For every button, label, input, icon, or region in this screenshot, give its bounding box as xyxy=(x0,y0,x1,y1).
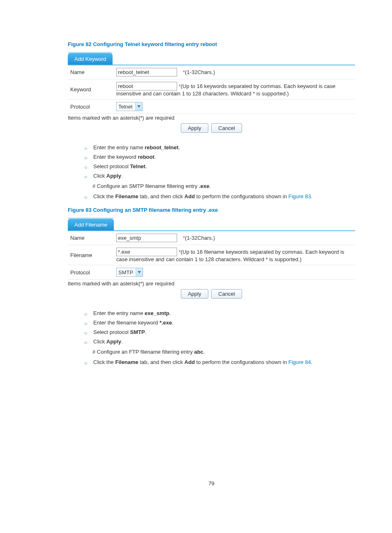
filename-label: Filename xyxy=(68,245,114,265)
keyword-label: Keyword xyxy=(68,79,114,100)
bullet-icon: ○ xyxy=(84,311,87,317)
figure-83-title: Figure 83 Configuring an SMTP filename f… xyxy=(68,207,355,213)
hash-note: # Configure an SMTP filename filtering e… xyxy=(92,183,355,189)
name-input[interactable] xyxy=(116,68,177,76)
cancel-button[interactable]: Cancel xyxy=(211,289,242,299)
figure-84-link[interactable]: Figure 84 xyxy=(288,359,311,365)
list-item: ○Enter the entry name exe_smtp. xyxy=(84,310,355,316)
bullet-icon: ○ xyxy=(84,321,87,327)
figure-82-title: Figure 82 Configuring Telnet keyword fil… xyxy=(68,41,355,47)
list-item: ○Enter the entry name reboot_telnet. xyxy=(84,144,355,151)
page-number: 79 xyxy=(68,480,355,487)
protocol-label: Protocol xyxy=(68,265,114,280)
protocol-value: SMTP xyxy=(117,268,136,276)
figure-83-table: Name *(1-32Chars.) Filename *(Up to 16 f… xyxy=(68,230,355,280)
list-item: ○Click the Filename tab, and then click … xyxy=(84,193,355,199)
bullet-icon: ○ xyxy=(84,330,87,336)
bullet-icon: ○ xyxy=(84,155,87,161)
cancel-button[interactable]: Cancel xyxy=(211,123,242,133)
apply-button[interactable]: Apply xyxy=(181,123,208,133)
bullet-icon: ○ xyxy=(84,340,87,345)
list-item: ○Click Apply. xyxy=(84,173,355,179)
list-item: ○Enter the keyword reboot. xyxy=(84,154,355,160)
name-label: Name xyxy=(68,231,114,245)
required-note: Items marked with an asterisk(*) are req… xyxy=(68,115,355,121)
chevron-down-icon xyxy=(136,268,143,276)
figure-82-panel: Add Keyword Name *(1-32Chars.) Keyword *… xyxy=(68,53,355,133)
chevron-down-icon xyxy=(135,102,142,111)
protocol-label: Protocol xyxy=(68,100,114,114)
add-filename-tab[interactable]: Add Filename xyxy=(68,219,114,230)
bullet-icon: ○ xyxy=(84,195,87,200)
keyword-input[interactable] xyxy=(116,82,177,90)
list-item: ○Click Apply. xyxy=(84,338,355,345)
table-row: Protocol SMTP xyxy=(68,265,355,280)
list-item: ○Select protocol Telnet. xyxy=(84,163,355,169)
filename-input[interactable] xyxy=(116,248,177,256)
table-row: Name *(1-32Chars.) xyxy=(68,231,355,245)
name-hint: *(1-32Chars.) xyxy=(180,65,355,79)
instructions-block-2: ○Enter the entry name exe_smtp. ○Enter t… xyxy=(84,310,355,365)
protocol-select[interactable]: SMTP xyxy=(116,268,143,277)
protocol-value: Telnet xyxy=(117,102,135,111)
bullet-icon: ○ xyxy=(84,174,87,180)
table-row: Keyword *(Up to 16 keywords separated by… xyxy=(68,79,355,100)
instructions-block-1: ○Enter the entry name reboot_telnet. ○En… xyxy=(84,144,355,199)
name-hint: *(1-32Chars.) xyxy=(180,231,355,245)
bullet-icon: ○ xyxy=(84,360,87,366)
apply-button[interactable]: Apply xyxy=(181,289,208,299)
figure-83-panel: Add Filename Name *(1-32Chars.) Filename… xyxy=(68,219,355,299)
table-row: Filename *(Up to 16 filename keywords se… xyxy=(68,245,355,265)
protocol-select[interactable]: Telnet xyxy=(116,102,143,111)
table-row: Name *(1-32Chars.) xyxy=(68,65,355,79)
bullet-icon: ○ xyxy=(84,165,87,170)
name-input[interactable] xyxy=(116,234,177,242)
bullet-icon: ○ xyxy=(84,146,87,151)
required-note: Items marked with an asterisk(*) are req… xyxy=(68,280,355,287)
list-item: ○Enter the filename keyword *.exe. xyxy=(84,320,355,326)
add-keyword-tab[interactable]: Add Keyword xyxy=(68,53,113,65)
name-label: Name xyxy=(68,65,114,79)
figure-83-link[interactable]: Figure 83 xyxy=(288,193,311,199)
list-item: ○Click the Filename tab, and then click … xyxy=(84,359,355,365)
list-item: ○Select protocol SMTP. xyxy=(84,329,355,335)
figure-82-table: Name *(1-32Chars.) Keyword *(Up to 16 ke… xyxy=(68,65,355,114)
hash-note: # Configure an FTP filename filtering en… xyxy=(92,349,355,355)
table-row: Protocol Telnet xyxy=(68,100,355,114)
